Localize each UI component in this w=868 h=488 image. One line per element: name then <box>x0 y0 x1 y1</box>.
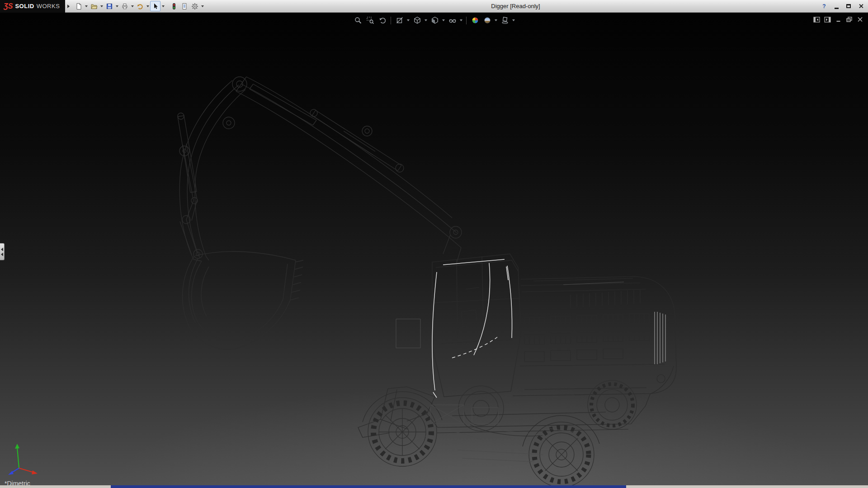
open-document-icon <box>90 3 98 10</box>
open-document-button[interactable] <box>89 1 99 11</box>
close-document-icon <box>857 17 863 22</box>
close-icon <box>859 4 863 9</box>
undo-icon <box>137 3 144 10</box>
minimize-button[interactable] <box>831 2 842 10</box>
toolbar-separator <box>466 17 467 24</box>
print-dropdown[interactable] <box>130 1 135 11</box>
file-properties-button[interactable] <box>179 1 189 11</box>
document-window-controls <box>812 16 864 23</box>
print-button[interactable] <box>119 1 130 11</box>
maximize-button[interactable] <box>843 2 854 10</box>
zoom-to-area-button[interactable] <box>364 15 376 26</box>
hide-show-items-button[interactable] <box>447 15 458 26</box>
solidworks-window: ƷS SOLID WORKS <box>0 0 868 488</box>
view-orientation-cube-icon <box>413 16 421 24</box>
new-document-icon <box>75 3 82 10</box>
print-icon <box>121 3 128 10</box>
viewport-background <box>0 13 868 485</box>
section-view-icon <box>396 16 404 24</box>
brand-name-bold: SOLID <box>15 3 34 9</box>
select-dropdown[interactable] <box>160 1 165 11</box>
previous-view-button[interactable] <box>377 15 388 26</box>
solidworks-logo: ƷS SOLID WORKS <box>0 0 65 13</box>
featuremanager-splitter-tab[interactable] <box>0 243 5 260</box>
toolbar-separator <box>391 17 391 24</box>
chevron-left-icon <box>1 253 3 256</box>
section-view-button[interactable] <box>394 15 405 26</box>
restore-document-button[interactable] <box>845 16 854 23</box>
pane-left-button[interactable] <box>812 16 821 23</box>
brand-name-light: WORKS <box>37 3 60 9</box>
pane-left-icon <box>813 17 820 23</box>
save-dropdown[interactable] <box>114 1 119 11</box>
close-document-button[interactable] <box>856 16 864 23</box>
orientation-triad[interactable] <box>5 442 41 475</box>
minimize-icon <box>835 8 839 9</box>
titlebar[interactable]: ƷS SOLID WORKS <box>0 0 868 13</box>
graphics-area[interactable]: *Dimetric <box>0 13 868 485</box>
pane-right-button[interactable] <box>823 16 832 23</box>
pane-right-icon <box>824 17 831 23</box>
undo-button[interactable] <box>135 1 145 11</box>
display-style-dropdown[interactable] <box>441 15 446 26</box>
select-cursor-icon <box>152 3 159 10</box>
save-icon <box>106 3 113 10</box>
options-gear-icon <box>191 3 198 10</box>
minimize-document-button[interactable] <box>834 16 843 23</box>
options-button[interactable] <box>189 1 200 11</box>
display-style-button[interactable] <box>429 15 440 26</box>
dassault-logo-glyph: ƷS <box>4 2 13 10</box>
zoom-to-area-icon <box>366 16 374 24</box>
taskbar-active-window-segment[interactable] <box>111 485 626 488</box>
maximize-icon <box>846 4 851 8</box>
apply-scene-icon <box>483 16 491 24</box>
chevron-left-icon <box>1 248 3 251</box>
help-button[interactable]: ? <box>819 2 830 10</box>
main-toolbar <box>73 1 205 11</box>
menu-expand-icon[interactable] <box>65 1 71 11</box>
hide-show-items-glasses-icon <box>448 16 457 24</box>
select-button[interactable] <box>150 1 160 11</box>
view-orientation-button[interactable] <box>411 15 423 26</box>
new-document-dropdown[interactable] <box>84 1 89 11</box>
rebuild-button[interactable] <box>169 1 179 11</box>
rebuild-stoplight-icon <box>170 3 178 10</box>
window-title: Digger [Read-only] <box>491 3 540 9</box>
taskbar-strip <box>0 485 868 488</box>
view-settings-shadow-icon <box>501 16 509 24</box>
window-controls: ? <box>819 2 866 10</box>
zoom-to-fit-icon <box>354 16 362 24</box>
display-style-icon <box>431 16 439 24</box>
apply-scene-dropdown[interactable] <box>494 15 498 26</box>
new-document-button[interactable] <box>73 1 84 11</box>
view-settings-button[interactable] <box>499 15 510 26</box>
taskbar-left-segment <box>0 485 111 488</box>
zoom-to-fit-button[interactable] <box>352 15 363 26</box>
previous-view-icon <box>378 16 387 24</box>
close-button[interactable] <box>855 2 866 10</box>
edit-appearance-button[interactable] <box>469 15 481 26</box>
taskbar-right-segment <box>626 485 868 488</box>
restore-document-icon <box>846 17 852 22</box>
apply-scene-button[interactable] <box>481 15 493 26</box>
toolbar-separator <box>165 6 169 6</box>
minimize-document-icon <box>835 17 841 22</box>
heads-up-view-toolbar <box>352 15 516 26</box>
undo-dropdown[interactable] <box>145 1 150 11</box>
section-view-dropdown[interactable] <box>406 15 410 26</box>
save-button[interactable] <box>104 1 114 11</box>
hide-show-items-dropdown[interactable] <box>459 15 463 26</box>
view-settings-dropdown[interactable] <box>511 15 516 26</box>
view-orientation-dropdown[interactable] <box>424 15 428 26</box>
file-properties-icon <box>181 3 188 10</box>
options-dropdown[interactable] <box>200 1 205 11</box>
open-document-dropdown[interactable] <box>99 1 104 11</box>
edit-appearance-sphere-icon <box>471 16 479 24</box>
